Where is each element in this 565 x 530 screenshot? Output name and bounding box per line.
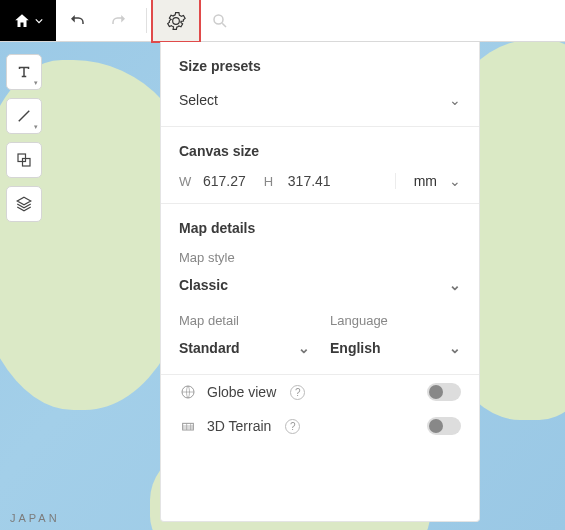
size-presets-value: Select [179, 92, 218, 108]
help-icon[interactable]: ? [285, 419, 300, 434]
text-tool[interactable]: ▾ [6, 54, 42, 90]
layers-tool[interactable] [6, 186, 42, 222]
height-label: H [264, 174, 278, 189]
width-label: W [179, 174, 193, 189]
map-style-select[interactable]: Classic ⌄ [179, 273, 461, 297]
width-input[interactable]: W 617.27 [179, 173, 246, 189]
map-detail-select[interactable]: Standard ⌄ [179, 336, 310, 360]
size-presets-select[interactable]: Select ⌄ [179, 88, 461, 112]
side-toolbar: ▾ ▾ [6, 54, 42, 222]
svg-line-1 [222, 23, 226, 27]
svg-rect-4 [23, 159, 31, 167]
shapes-icon [15, 151, 33, 169]
width-value: 617.27 [203, 173, 246, 189]
map-detail-value: Standard [179, 340, 240, 356]
line-icon [15, 107, 33, 125]
text-icon [15, 63, 33, 81]
language-label: Language [330, 313, 461, 328]
height-input[interactable]: H 317.41 [264, 173, 331, 189]
chevron-down-icon: ▾ [34, 79, 38, 87]
map-detail-label: Map detail [179, 313, 310, 328]
layers-icon [15, 195, 33, 213]
search-icon [211, 12, 229, 30]
svg-rect-3 [18, 154, 26, 162]
size-presets-heading: Size presets [179, 58, 461, 74]
unit-value: mm [414, 173, 437, 189]
map-style-label: Map style [179, 250, 461, 265]
globe-icon [179, 384, 197, 400]
redo-button[interactable] [98, 0, 140, 41]
gear-icon [166, 11, 186, 31]
terrain-icon [179, 418, 197, 434]
undo-icon [68, 12, 86, 30]
canvas-size-heading: Canvas size [179, 143, 461, 159]
chevron-down-icon: ⌄ [449, 173, 461, 189]
height-value: 317.41 [288, 173, 331, 189]
help-icon[interactable]: ? [290, 385, 305, 400]
redo-icon [110, 12, 128, 30]
home-icon [13, 12, 31, 30]
top-toolbar [0, 0, 565, 42]
settings-panel: Size presets Select ⌄ Canvas size W 617.… [160, 42, 480, 522]
line-tool[interactable]: ▾ [6, 98, 42, 134]
map-country-label: JAPAN [10, 512, 60, 524]
settings-button[interactable] [153, 0, 199, 41]
globe-view-label: Globe view [207, 384, 276, 400]
3d-terrain-toggle[interactable] [427, 417, 461, 435]
chevron-down-icon: ⌄ [449, 92, 461, 108]
undo-button[interactable] [56, 0, 98, 41]
3d-terrain-label: 3D Terrain [207, 418, 271, 434]
svg-rect-6 [183, 423, 194, 430]
search-button[interactable] [199, 0, 241, 41]
toolbar-separator [146, 8, 147, 33]
svg-point-0 [214, 15, 223, 24]
language-select[interactable]: English ⌄ [330, 336, 461, 360]
chevron-down-icon: ⌄ [449, 340, 461, 356]
chevron-down-icon: ▾ [34, 123, 38, 131]
globe-view-toggle[interactable] [427, 383, 461, 401]
map-details-heading: Map details [179, 220, 461, 236]
home-button[interactable] [0, 0, 56, 41]
language-value: English [330, 340, 381, 356]
map-style-value: Classic [179, 277, 228, 293]
chevron-down-icon: ⌄ [449, 277, 461, 293]
chevron-down-icon: ⌄ [298, 340, 310, 356]
shapes-tool[interactable] [6, 142, 42, 178]
chevron-down-icon [35, 17, 43, 25]
svg-line-2 [19, 111, 30, 122]
unit-select[interactable]: mm ⌄ [395, 173, 461, 189]
